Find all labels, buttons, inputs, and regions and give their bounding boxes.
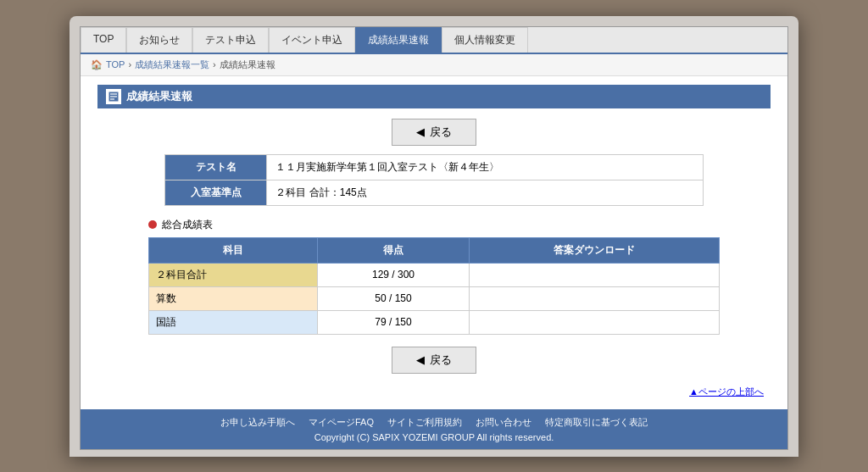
back-label-bottom: 戻る — [430, 353, 452, 368]
nav-tabs: TOP お知らせ テスト申込 イベント申込 成績結果速報 個人情報変更 — [81, 27, 787, 54]
subject-math: 算数 — [148, 286, 317, 310]
nav-tab-top[interactable]: TOP — [81, 27, 126, 53]
download-math — [470, 286, 720, 310]
footer-copyright: Copyright (C) SAPIX YOZEMI GROUP All rig… — [87, 432, 781, 442]
table-row: ２科目合計 129 / 300 — [148, 263, 720, 286]
entrance-score-value: ２科目 合計：145点 — [267, 180, 703, 205]
back-arrow-left: ◀ — [416, 125, 425, 138]
score-table-header-row: 科目 得点 答案ダウンロード — [148, 237, 720, 263]
score-table-title: 総合成績表 — [162, 218, 213, 232]
subject-total: ２科目合計 — [148, 263, 317, 286]
main-area: 成績結果速報 ◀ 戻る テスト名 １１月実施新学年第１回入室テスト〈新４年 — [81, 76, 787, 449]
laptop-frame: TOP お知らせ テスト申込 イベント申込 成績結果速報 個人情報変更 🏠 TO… — [70, 16, 798, 457]
entrance-score-label: 入室基準点 — [165, 180, 267, 205]
col-header-download: 答案ダウンロード — [470, 237, 720, 263]
test-name-label: テスト名 — [165, 154, 267, 180]
score-section-title: 総合成績表 — [148, 218, 721, 232]
score-math: 50 / 150 — [317, 286, 469, 310]
table-row: 国語 79 / 150 — [148, 310, 720, 334]
nav-tab-results[interactable]: 成績結果速報 — [355, 27, 442, 53]
footer-links: お申し込み手順へ マイページFAQ サイトご利用規約 お問い合わせ 特定商取引に… — [87, 416, 781, 429]
white-body: 成績結果速報 ◀ 戻る テスト名 １１月実施新学年第１回入室テスト〈新４年 — [81, 76, 787, 409]
nav-tab-profile[interactable]: 個人情報変更 — [442, 27, 528, 53]
back-button-top[interactable]: ◀ 戻る — [392, 119, 476, 146]
test-name-row: テスト名 １１月実施新学年第１回入室テスト〈新４年生〉 — [165, 154, 703, 180]
score-section: 総合成績表 科目 得点 答案ダウンロード — [148, 218, 721, 335]
back-label-top: 戻る — [430, 125, 452, 140]
breadcrumb-sep2: › — [213, 59, 216, 69]
page-top-link-container: ▲ページの上部へ — [97, 382, 771, 402]
subject-japanese: 国語 — [148, 310, 317, 334]
download-total — [470, 263, 720, 286]
footer-link-1[interactable]: マイページFAQ — [309, 416, 374, 429]
score-table: 科目 得点 答案ダウンロード ２科目合計 129 / 300 — [148, 237, 721, 335]
col-header-subject: 科目 — [148, 237, 317, 263]
nav-tab-news[interactable]: お知らせ — [126, 27, 192, 53]
footer: お申し込み手順へ マイページFAQ サイトご利用規約 お問い合わせ 特定商取引に… — [81, 409, 787, 449]
footer-link-2[interactable]: サイトご利用規約 — [387, 416, 462, 429]
section-header: 成績結果速報 — [97, 85, 771, 108]
back-arrow-left-bottom: ◀ — [416, 353, 425, 366]
col-header-score: 得点 — [317, 237, 469, 263]
score-japanese: 79 / 150 — [317, 310, 469, 334]
breadcrumb-list[interactable]: 成績結果速報一覧 — [135, 58, 209, 71]
page-title: 成績結果速報 — [126, 89, 192, 104]
back-button-bottom[interactable]: ◀ 戻る — [392, 347, 476, 374]
test-name-value: １１月実施新学年第１回入室テスト〈新４年生〉 — [267, 154, 703, 180]
breadcrumb-current: 成績結果速報 — [220, 58, 275, 71]
score-total: 129 / 300 — [317, 263, 469, 286]
footer-link-3[interactable]: お問い合わせ — [476, 416, 531, 429]
breadcrumb: 🏠 TOP › 成績結果速報一覧 › 成績結果速報 — [81, 54, 787, 76]
footer-link-0[interactable]: お申し込み手順へ — [220, 416, 295, 429]
section-header-icon — [106, 89, 121, 104]
nav-tab-event-apply[interactable]: イベント申込 — [269, 27, 355, 53]
info-table: テスト名 １１月実施新学年第１回入室テスト〈新４年生〉 入室基準点 ２科目 合計… — [164, 154, 703, 206]
breadcrumb-sep1: › — [128, 59, 131, 69]
screen: TOP お知らせ テスト申込 イベント申込 成績結果速報 個人情報変更 🏠 TO… — [80, 26, 788, 450]
red-circle-icon — [148, 220, 157, 229]
download-japanese — [470, 310, 720, 334]
page-top-link[interactable]: ▲ページの上部へ — [689, 386, 764, 397]
footer-link-4[interactable]: 特定商取引に基づく表記 — [545, 416, 648, 429]
home-icon: 🏠 — [91, 59, 103, 70]
back-btn-top-container: ◀ 戻る — [97, 119, 771, 146]
nav-tab-test-apply[interactable]: テスト申込 — [192, 27, 269, 53]
back-btn-bottom-container: ◀ 戻る — [97, 347, 771, 374]
entrance-score-row: 入室基準点 ２科目 合計：145点 — [165, 180, 703, 205]
table-row: 算数 50 / 150 — [148, 286, 720, 310]
breadcrumb-top[interactable]: TOP — [106, 59, 125, 69]
